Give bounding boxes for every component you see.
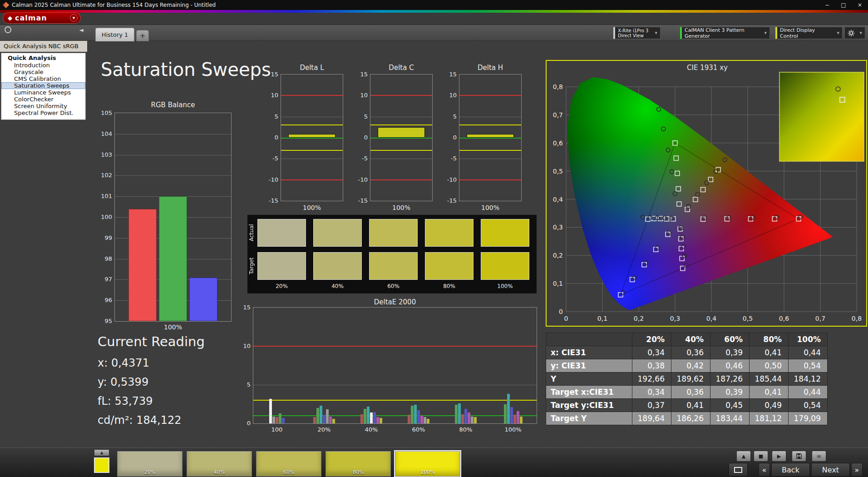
brand-bar: ◆ calman ▼ [0, 10, 868, 25]
svg-text:0,8: 0,8 [852, 315, 862, 322]
sidebar-item-cms-calibration[interactable]: CMS Calibration [1, 75, 85, 82]
eject-button[interactable]: ▲ [736, 451, 751, 462]
table-row: y: CIE310,380,420,460,500,54 [546, 359, 828, 373]
first-page-button[interactable]: « [759, 463, 770, 477]
svg-text:0: 0 [559, 308, 563, 315]
svg-text:0,7: 0,7 [553, 111, 563, 119]
y-tick: 101 [96, 193, 112, 199]
continuous-measure-button[interactable]: ∞ [812, 451, 826, 462]
save-button[interactable] [792, 451, 806, 462]
last-page-button[interactable]: » [851, 463, 863, 477]
sidebar-item-saturation-sweeps[interactable]: Saturation Sweeps [1, 82, 85, 89]
deltae-bar [464, 409, 467, 423]
results-table: 20%40%60%80%100%x: CIE310,340,360,390,41… [546, 333, 828, 425]
x-tick: 40% [355, 426, 387, 433]
pattern-swatch-20%[interactable]: 20% [117, 451, 182, 477]
next-button[interactable]: Next [811, 463, 850, 477]
y-tick: 5 [351, 113, 368, 120]
calman-menu-button[interactable]: ◆ calman ▼ [3, 12, 81, 24]
collapse-sidebar-button[interactable]: ◄ [77, 26, 85, 34]
y-tick: 97 [96, 276, 112, 283]
chevron-down-icon: ▼ [762, 31, 767, 35]
pattern-swatch-80%[interactable]: 80% [326, 451, 391, 477]
rgb-bar-red [128, 209, 157, 321]
title-bar: Calman 2025 Calman Ultimate for Business… [0, 0, 868, 10]
actual-row-label: Actual [248, 219, 256, 247]
table-cell: 0,49 [750, 399, 789, 412]
pattern-swatch-60%[interactable]: 60% [256, 451, 321, 477]
y-tick: -15 [262, 197, 278, 204]
deltae-bar [360, 414, 363, 423]
tab-history-1[interactable]: History 1 [95, 28, 134, 41]
deltae-bar [468, 412, 470, 423]
table-cell: 0,38 [632, 359, 671, 373]
maximize-button[interactable]: □ [835, 0, 852, 10]
sidebar-item-introduction[interactable]: Introduction [1, 62, 85, 69]
play-button[interactable]: ▶ [772, 451, 786, 462]
gear-icon [848, 30, 855, 37]
deltae-bar [364, 409, 366, 423]
y-tick: 15 [262, 71, 278, 78]
current-reading-cdm2: cd/m²: 184,122 [98, 414, 181, 427]
y-tick: 5 [262, 113, 278, 120]
svg-text:0,5: 0,5 [743, 315, 753, 322]
settings-button[interactable]: ▼ [844, 27, 865, 39]
deltae-bar [313, 417, 316, 423]
deltae-bar [510, 407, 513, 423]
add-tab-button[interactable]: + [136, 30, 149, 41]
table-cell: 0,44 [789, 386, 828, 399]
close-button[interactable]: × [852, 0, 868, 10]
x-tick: 60% [403, 426, 434, 433]
deltae-bar [507, 394, 510, 423]
svg-text:0,6: 0,6 [779, 315, 789, 322]
table-cell: 0,34 [632, 386, 671, 399]
tree-root[interactable]: Quick Analysis [1, 54, 85, 62]
y-tick: 10 [234, 343, 251, 349]
meter-dropdown[interactable]: X-Rite i1Pro 3 Direct View ▼ [613, 27, 661, 39]
stop-button[interactable]: ■ [754, 451, 768, 462]
deltae-bar [420, 416, 423, 423]
display-control-dropdown[interactable]: Direct Display Control ▼ [775, 27, 843, 39]
minimize-button[interactable]: − [819, 0, 835, 10]
table-cell: 189,64 [632, 412, 671, 425]
table-row: Target Y189,64186,26183,44181,12179,09 [546, 412, 828, 425]
swatch-column-label: 100% [481, 283, 529, 289]
pattern-swatch-100%[interactable]: 100% [395, 451, 460, 477]
cie-1931-diagram: 000,10,10,20,20,30,30,40,40,50,50,60,60,… [547, 61, 866, 326]
table-cell: 181,12 [750, 412, 789, 425]
y-tick: 105 [96, 109, 112, 116]
delta-h-bar [467, 134, 514, 138]
target-swatch-40% [313, 252, 362, 280]
back-button[interactable]: Back [771, 463, 810, 477]
pattern-window-button[interactable] [729, 463, 748, 477]
chevron-down-icon: ▼ [652, 31, 657, 35]
deltae-bar [411, 406, 414, 423]
meter-mode: Direct View [618, 33, 649, 38]
svg-text:0,1: 0,1 [597, 315, 607, 322]
deltae-bar [326, 409, 329, 423]
y-tick: 103 [96, 151, 112, 158]
y-tick: 15 [351, 71, 368, 78]
sidebar-item-spectral-power-dist-[interactable]: Spectral Power Dist. [1, 109, 85, 116]
sidebar-item-colorchecker[interactable]: ColorChecker [1, 96, 85, 103]
pattern-swatch-40%[interactable]: 40% [187, 451, 252, 477]
pattern-generator-dropdown[interactable]: CalMAN Client 3 Pattern Generator ▼ [680, 27, 770, 39]
pattern-options-button[interactable]: ▲ [94, 449, 109, 456]
deltae-bar [455, 405, 458, 423]
deltae-bar [282, 418, 285, 423]
deltae-bar [272, 417, 275, 423]
current-reading-x: x: 0,4371 [98, 357, 149, 369]
deltae-bar [367, 407, 370, 423]
workflow-status-icon[interactable] [5, 26, 11, 33]
sidebar-item-screen-uniformity[interactable]: Screen Uniformity [1, 103, 85, 109]
svg-text:0,8: 0,8 [553, 83, 563, 90]
y-tick: 0 [234, 420, 251, 427]
rgb-balance-title: RGB Balance [114, 101, 232, 109]
sidebar-item-grayscale[interactable]: Grayscale [1, 69, 85, 75]
y-tick: 15 [440, 71, 457, 78]
sidebar-item-luminance-sweeps[interactable]: Luminance Sweeps [1, 89, 85, 96]
target-swatch-80% [425, 252, 473, 280]
deltae-bar [417, 410, 420, 423]
table-cell: 183,44 [710, 412, 750, 425]
y-tick: 99 [96, 234, 112, 241]
